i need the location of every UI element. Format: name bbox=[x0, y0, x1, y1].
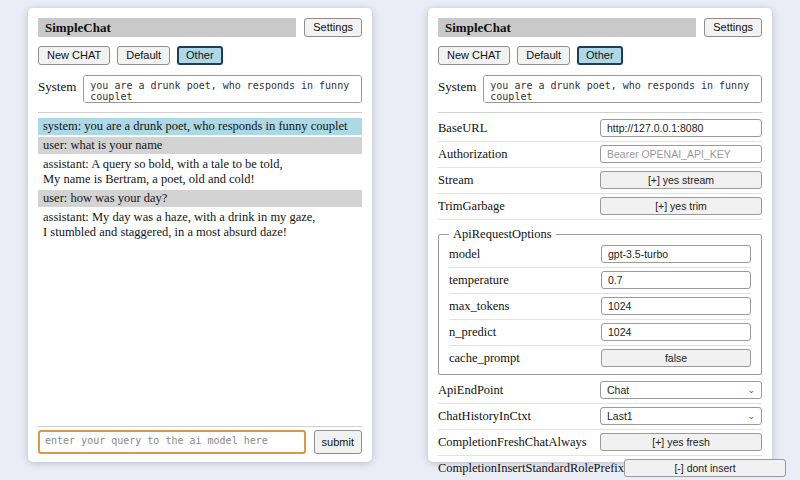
n-predict-label: n_predict bbox=[449, 325, 496, 339]
session-button-default[interactable]: Default bbox=[517, 46, 570, 65]
settings-button[interactable]: Settings bbox=[704, 18, 762, 37]
stream-toggle-button[interactable]: [+] yes stream bbox=[600, 171, 762, 189]
stream-label: Stream bbox=[438, 173, 473, 187]
completion-insert-toggle-button[interactable]: [-] dont insert bbox=[624, 459, 786, 477]
setting-row-trimgarbage: TrimGarbage [+] yes trim bbox=[438, 194, 762, 220]
chat-panel: SimpleChat Settings New CHAT Default Oth… bbox=[28, 8, 372, 462]
query-area: submit bbox=[38, 417, 362, 454]
setting-row-completion-fresh: CompletionFreshChatAlways [+] yes fresh bbox=[438, 430, 762, 456]
system-prompt-input[interactable]: you are a drunk poet, who responds in fu… bbox=[83, 75, 362, 103]
api-endpoint-label: ApiEndPoint bbox=[438, 383, 503, 397]
setting-row-chat-history: ChatHistoryInCtxt Last1 ⌄ bbox=[438, 404, 762, 430]
message-assistant: assistant: A query so bold, with a tale … bbox=[38, 156, 362, 188]
message-user: user: how was your day? bbox=[38, 190, 362, 207]
api-endpoint-select[interactable]: Chat ⌄ bbox=[600, 381, 762, 399]
title-row: SimpleChat Settings bbox=[38, 18, 362, 37]
baseurl-input[interactable] bbox=[600, 119, 762, 137]
model-label: model bbox=[449, 247, 480, 261]
session-button-other[interactable]: Other bbox=[177, 46, 223, 65]
query-input[interactable] bbox=[38, 430, 306, 454]
settings-panel: SimpleChat Settings New CHAT Default Oth… bbox=[428, 8, 772, 462]
session-button-other[interactable]: Other bbox=[577, 46, 623, 65]
setting-row-stream: Stream [+] yes stream bbox=[438, 168, 762, 194]
divider bbox=[38, 426, 362, 427]
authorization-label: Authorization bbox=[438, 147, 507, 161]
model-input[interactable] bbox=[601, 245, 751, 263]
app-title: SimpleChat bbox=[438, 18, 696, 37]
system-label: System bbox=[38, 75, 76, 95]
message-assistant: assistant: My day was a haze, with a dri… bbox=[38, 209, 362, 241]
setting-row-baseurl: BaseURL bbox=[438, 116, 762, 142]
max-tokens-input[interactable] bbox=[601, 297, 751, 315]
session-row: New CHAT Default Other bbox=[38, 46, 362, 65]
setting-row-cache-prompt: cache_prompt false bbox=[449, 346, 751, 371]
chat-history-label: ChatHistoryInCtxt bbox=[438, 409, 531, 423]
baseurl-label: BaseURL bbox=[438, 121, 487, 135]
chat-history-selected-value: Last1 bbox=[607, 410, 633, 422]
settings-button[interactable]: Settings bbox=[304, 18, 362, 37]
max-tokens-label: max_tokens bbox=[449, 299, 509, 313]
chat-messages: system: you are a drunk poet, who respon… bbox=[38, 118, 362, 243]
setting-row-completion-insert: CompletionInsertStandardRolePrefix [-] d… bbox=[438, 456, 762, 480]
setting-row-n-predict: n_predict bbox=[449, 320, 751, 346]
title-row: SimpleChat Settings bbox=[438, 18, 762, 37]
new-chat-button[interactable]: New CHAT bbox=[438, 46, 510, 65]
api-request-options-legend: ApiRequestOptions bbox=[449, 227, 556, 242]
message-system: system: you are a drunk poet, who respon… bbox=[38, 118, 362, 135]
system-label: System bbox=[438, 75, 476, 95]
system-prompt-input[interactable]: you are a drunk poet, who responds in fu… bbox=[483, 75, 762, 103]
api-endpoint-selected-value: Chat bbox=[607, 384, 629, 396]
completion-fresh-toggle-button[interactable]: [+] yes fresh bbox=[600, 433, 762, 451]
new-chat-button[interactable]: New CHAT bbox=[38, 46, 110, 65]
system-prompt-row: System you are a drunk poet, who respond… bbox=[38, 75, 362, 103]
chat-history-select[interactable]: Last1 ⌄ bbox=[600, 407, 762, 425]
setting-row-authorization: Authorization bbox=[438, 142, 762, 168]
query-row: submit bbox=[38, 430, 362, 454]
trimgarbage-label: TrimGarbage bbox=[438, 199, 505, 213]
temperature-input[interactable] bbox=[601, 271, 751, 289]
authorization-input[interactable] bbox=[600, 145, 762, 163]
n-predict-input[interactable] bbox=[601, 323, 751, 341]
trimgarbage-toggle-button[interactable]: [+] yes trim bbox=[600, 197, 762, 215]
submit-button[interactable]: submit bbox=[314, 430, 362, 454]
divider bbox=[438, 112, 762, 113]
setting-row-api-endpoint: ApiEndPoint Chat ⌄ bbox=[438, 378, 762, 404]
chevron-down-icon: ⌄ bbox=[747, 385, 755, 395]
completion-insert-label: CompletionInsertStandardRolePrefix bbox=[438, 461, 624, 475]
system-prompt-row: System you are a drunk poet, who respond… bbox=[438, 75, 762, 103]
chevron-down-icon: ⌄ bbox=[747, 411, 755, 421]
api-request-options-fieldset: ApiRequestOptions model temperature max_… bbox=[438, 227, 762, 375]
setting-row-temperature: temperature bbox=[449, 268, 751, 294]
completion-fresh-label: CompletionFreshChatAlways bbox=[438, 435, 587, 449]
setting-row-model: model bbox=[449, 242, 751, 268]
divider bbox=[38, 112, 362, 113]
cache-prompt-label: cache_prompt bbox=[449, 351, 520, 365]
temperature-label: temperature bbox=[449, 273, 509, 287]
app-title: SimpleChat bbox=[38, 18, 296, 37]
session-button-default[interactable]: Default bbox=[117, 46, 170, 65]
cache-prompt-toggle-button[interactable]: false bbox=[601, 349, 751, 367]
session-row: New CHAT Default Other bbox=[438, 46, 762, 65]
setting-row-max-tokens: max_tokens bbox=[449, 294, 751, 320]
message-user: user: what is your name bbox=[38, 137, 362, 154]
